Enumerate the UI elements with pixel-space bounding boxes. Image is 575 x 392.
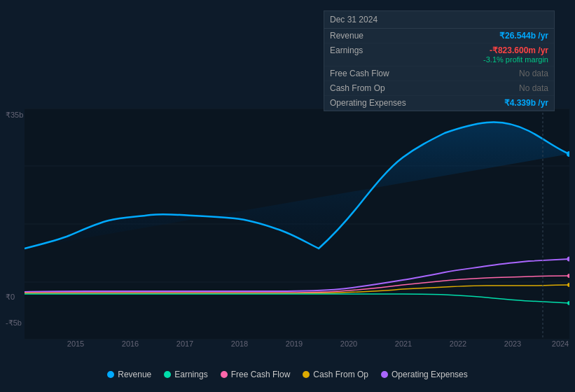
x-label-2021: 2021 xyxy=(395,340,412,348)
x-label-2020: 2020 xyxy=(340,340,357,348)
x-label-2022: 2022 xyxy=(450,340,466,348)
tooltip-row-revenue: Revenue ₹26.544b /yr xyxy=(324,29,554,43)
tooltip-label-free-cash: Free Cash Flow xyxy=(330,69,407,78)
x-label-2024: 2024 xyxy=(552,340,569,348)
x-label-2023: 2023 xyxy=(504,340,521,348)
tooltip-row-cash-from-op: Cash From Op No data xyxy=(324,81,554,96)
legend: Revenue Earnings Free Cash Flow Cash Fro… xyxy=(0,370,575,379)
tooltip-label-earnings: Earnings xyxy=(330,46,407,55)
tooltip: Dec 31 2024 Revenue ₹26.544b /yr Earning… xyxy=(324,10,555,111)
tooltip-date: Dec 31 2024 xyxy=(324,11,554,29)
tooltip-label-op-expenses: Operating Expenses xyxy=(330,98,407,108)
legend-label-cash-from-op: Cash From Op xyxy=(313,370,368,379)
tooltip-value-profit-margin: -3.1% profit margin xyxy=(483,55,548,64)
legend-item-free-cash[interactable]: Free Cash Flow xyxy=(221,370,291,379)
chart-svg xyxy=(25,108,569,340)
legend-label-revenue: Revenue xyxy=(118,370,151,379)
x-label-2018: 2018 xyxy=(231,340,248,348)
x-label-2019: 2019 xyxy=(286,340,303,348)
legend-label-free-cash: Free Cash Flow xyxy=(231,370,291,379)
legend-item-cash-from-op[interactable]: Cash From Op xyxy=(303,370,368,379)
tooltip-value-cash-from-op: No data xyxy=(407,83,548,93)
tooltip-row-free-cash: Free Cash Flow No data xyxy=(324,66,554,81)
tooltip-value-revenue: ₹26.544b /yr xyxy=(407,31,548,41)
legend-label-earnings: Earnings xyxy=(174,370,207,379)
x-label-2016: 2016 xyxy=(122,340,139,348)
x-label-2017: 2017 xyxy=(176,340,193,348)
tooltip-row-op-expenses: Operating Expenses ₹4.339b /yr xyxy=(324,96,554,111)
tooltip-label-cash-from-op: Cash From Op xyxy=(330,83,407,93)
legend-dot-earnings xyxy=(164,371,171,378)
tooltip-value-free-cash: No data xyxy=(407,69,548,78)
legend-dot-op-expenses xyxy=(381,371,388,378)
legend-dot-cash-from-op xyxy=(303,371,310,378)
x-label-2015: 2015 xyxy=(67,340,84,348)
chart-container: Dec 31 2024 Revenue ₹26.544b /yr Earning… xyxy=(0,0,575,392)
legend-dot-revenue xyxy=(107,371,114,378)
tooltip-value-op-expenses: ₹4.339b /yr xyxy=(407,98,548,108)
tooltip-value-earnings: -₹823.600m /yr xyxy=(490,46,548,55)
legend-item-op-expenses[interactable]: Operating Expenses xyxy=(381,370,468,379)
legend-label-op-expenses: Operating Expenses xyxy=(392,370,468,379)
tooltip-label-revenue: Revenue xyxy=(330,31,407,41)
legend-item-earnings[interactable]: Earnings xyxy=(164,370,207,379)
y-label-top: ₹35b xyxy=(6,111,23,120)
legend-dot-free-cash xyxy=(221,371,228,378)
y-label-bottom: -₹5b xyxy=(6,318,22,328)
tooltip-row-earnings: Earnings -₹823.600m /yr -3.1% profit mar… xyxy=(324,43,554,66)
y-label-zero: ₹0 xyxy=(6,293,15,302)
legend-item-revenue[interactable]: Revenue xyxy=(107,370,151,379)
